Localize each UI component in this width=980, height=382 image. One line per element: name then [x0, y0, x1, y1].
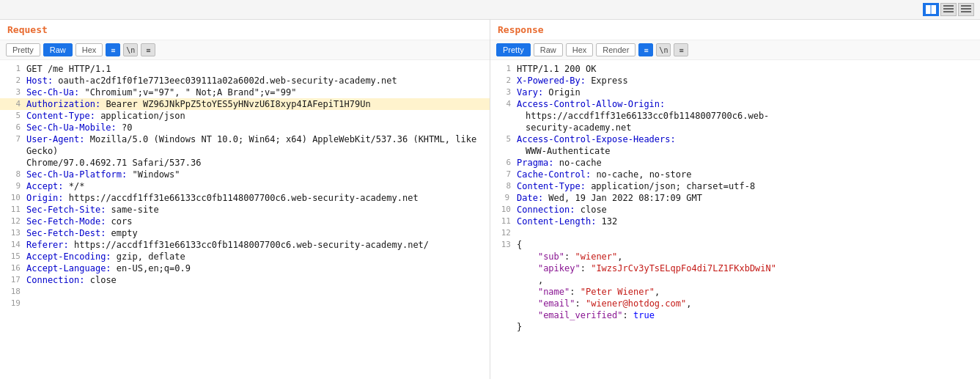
request-line-16: 16 Accept-Language: en-US,en;q=0.9: [0, 262, 490, 274]
request-line-9: 9 Accept: */*: [0, 180, 490, 192]
request-line-5: 5 Content-Type: application/json: [0, 110, 490, 122]
response-line-16: "name": "Peter Wiener",: [490, 286, 980, 298]
request-toolbar: Pretty Raw Hex ≡ \n ≡: [0, 40, 490, 60]
response-panel-title: Response: [490, 20, 980, 40]
request-line-13: 13 Sec-Fetch-Dest: empty: [0, 227, 490, 239]
response-line-9: 9 Date: Wed, 19 Jan 2022 08:17:09 GMT: [490, 192, 980, 204]
response-format-icon[interactable]: ≡: [638, 43, 653, 56]
response-line-5: 5 Access-Control-Expose-Headers:: [490, 133, 980, 145]
response-line-14: "sub": "wiener",: [490, 251, 980, 262]
request-line-12: 12 Sec-Fetch-Mode: cors: [0, 216, 490, 227]
response-panel: Response Pretty Raw Hex Render ≡ \n ≡ 1 …: [490, 20, 980, 379]
request-line-11: 11 Sec-Fetch-Site: same-site: [0, 204, 490, 216]
request-panel-title: Request: [0, 20, 490, 40]
response-hex-btn[interactable]: Hex: [566, 43, 594, 56]
svg-rect-1: [932, 5, 936, 14]
response-view-btn[interactable]: [958, 3, 974, 16]
response-line-15b: ,: [490, 274, 980, 286]
request-line-14: 14 Referer: https://accdf1ff31e66133cc0f…: [0, 239, 490, 251]
request-format-icon[interactable]: ≡: [106, 43, 120, 56]
request-line-19: 19: [0, 298, 490, 309]
response-line-4: 4 Access-Control-Allow-Origin:: [490, 98, 980, 110]
response-line-19: }: [490, 321, 980, 333]
request-wrap-icon[interactable]: ≡: [141, 43, 155, 56]
request-newline-icon[interactable]: \n: [123, 43, 138, 56]
svg-rect-6: [961, 5, 971, 7]
response-render-btn[interactable]: Render: [596, 43, 635, 56]
response-wrap-icon[interactable]: ≡: [674, 43, 688, 56]
request-line-15: 15 Accept-Encoding: gzip, deflate: [0, 251, 490, 262]
request-line-2: 2 Host: oauth-ac2df1f0f1e7713eec039111a0…: [0, 75, 490, 87]
response-line-5a: WWW-Authenticate: [490, 145, 980, 157]
response-line-17: "email": "wiener@hotdog.com",: [490, 298, 980, 309]
response-line-4a: https://accdf1ff31e66133cc0fb1148007700c…: [490, 110, 980, 122]
split-view-btn[interactable]: [923, 3, 939, 16]
request-pretty-btn[interactable]: Pretty: [6, 43, 40, 56]
svg-rect-4: [943, 8, 954, 10]
svg-rect-3: [943, 5, 954, 7]
response-line-6: 6 Pragma: no-cache: [490, 157, 980, 169]
request-line-8: 8 Sec-Ch-Ua-Platform: "Windows": [0, 169, 490, 180]
response-line-12: 12: [490, 227, 980, 239]
view-buttons: [923, 3, 974, 16]
response-raw-btn[interactable]: Raw: [534, 43, 563, 56]
response-line-15: "apikey": "IwzsJrCv3yTsELqpFo4di7LZ1FKxb…: [490, 262, 980, 274]
request-line-17: 17 Connection: close: [0, 274, 490, 286]
response-line-11: 11 Content-Length: 132: [490, 216, 980, 227]
request-raw-btn[interactable]: Raw: [43, 43, 73, 56]
response-content[interactable]: 1 HTTP/1.1 200 OK 2 X-Powered-By: Expres…: [490, 60, 980, 379]
response-newline-icon[interactable]: \n: [656, 43, 671, 56]
response-pretty-btn[interactable]: Pretty: [496, 43, 531, 56]
svg-rect-8: [961, 11, 971, 12]
request-line-7: 7 User-Agent: Mozilla/5.0 (Windows NT 10…: [0, 133, 490, 157]
response-line-1: 1 HTTP/1.1 200 OK: [490, 63, 980, 75]
response-toolbar: Pretty Raw Hex Render ≡ \n ≡: [490, 40, 980, 60]
request-content[interactable]: 1 GET /me HTTP/1.1 2 Host: oauth-ac2df1f…: [0, 60, 490, 379]
response-line-13: 13 {: [490, 239, 980, 251]
request-line-4: 4 Authorization: Bearer WZ96JNkPpZ5toYES…: [0, 98, 490, 110]
svg-rect-0: [926, 5, 930, 14]
response-line-18: "email_verified": true: [490, 309, 980, 321]
response-line-7: 7 Cache-Control: no-cache, no-store: [490, 169, 980, 180]
response-line-10: 10 Connection: close: [490, 204, 980, 216]
response-line-8: 8 Content-Type: application/json; charse…: [490, 180, 980, 192]
svg-rect-7: [961, 8, 971, 10]
request-line-3: 3 Sec-Ch-Ua: "Chromium";v="97", " Not;A …: [0, 87, 490, 98]
svg-rect-5: [943, 11, 954, 12]
request-view-btn[interactable]: [940, 3, 957, 16]
request-line-18: 18: [0, 286, 490, 298]
response-line-4b: security-academy.net: [490, 122, 980, 133]
request-panel: Request Pretty Raw Hex ≡ \n ≡ 1 GET /me …: [0, 20, 490, 379]
request-line-7b: Chrome/97.0.4692.71 Safari/537.36: [0, 157, 490, 169]
response-line-3: 3 Vary: Origin: [490, 87, 980, 98]
request-line-1: 1 GET /me HTTP/1.1: [0, 63, 490, 75]
request-hex-btn[interactable]: Hex: [75, 43, 103, 56]
request-line-6: 6 Sec-Ch-Ua-Mobile: ?0: [0, 122, 490, 133]
request-line-10: 10 Origin: https://accdf1ff31e66133cc0fb…: [0, 192, 490, 204]
response-line-2: 2 X-Powered-By: Express: [490, 75, 980, 87]
